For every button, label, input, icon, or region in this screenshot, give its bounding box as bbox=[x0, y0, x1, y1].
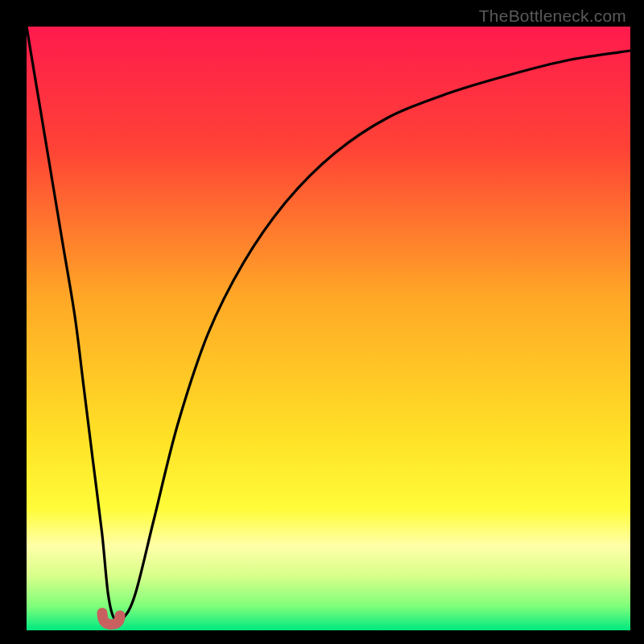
chart-svg bbox=[27, 27, 630, 630]
bottleneck-curve bbox=[27, 27, 630, 621]
watermark-text: TheBottleneck.com bbox=[479, 6, 626, 26]
plot-area bbox=[27, 27, 630, 630]
chart-frame: TheBottleneck.com bbox=[0, 0, 644, 644]
